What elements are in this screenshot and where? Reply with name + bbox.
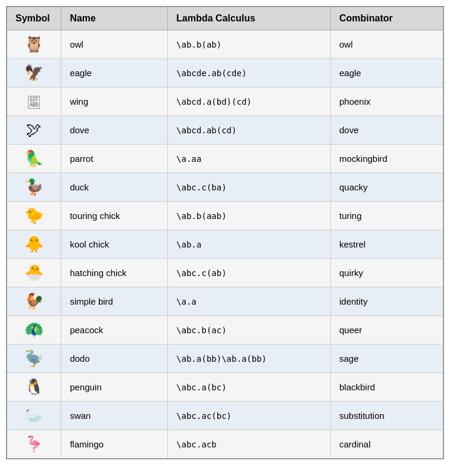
name-cell: peacock <box>61 316 168 345</box>
name-cell: hatching chick <box>61 259 168 287</box>
combinator-cell: blackbird <box>331 373 444 402</box>
header-combinator: Combinator <box>331 7 444 30</box>
lambda-cell: \ab.a <box>168 230 331 259</box>
name-cell: dove <box>61 116 168 145</box>
header-symbol: Symbol <box>7 7 61 30</box>
combinator-cell: quirky <box>331 259 444 287</box>
combinator-cell: sage <box>331 345 444 373</box>
table-row: 🦜parrot\a.aamockingbird <box>7 145 443 173</box>
lambda-cell: \abc.a(bc) <box>168 373 331 402</box>
combinator-cell: owl <box>331 30 444 59</box>
symbol-cell: 🦢 <box>7 402 61 430</box>
name-cell: eagle <box>61 59 168 87</box>
lambda-cell: \abc.acb <box>168 430 331 459</box>
table-row: 🐣hatching chick\abc.c(ab)quirky <box>7 259 443 287</box>
table-row: 🦅eagle\abcde.ab(cde)eagle <box>7 59 443 87</box>
symbol-cell: 🕊 <box>7 116 61 145</box>
combinator-cell: eagle <box>331 59 444 87</box>
symbol-cell: 🦉 <box>7 30 61 59</box>
combinator-cell: identity <box>331 287 444 316</box>
name-cell: penguin <box>61 373 168 402</box>
lambda-cell: \abcd.a(bd)(cd) <box>168 87 331 116</box>
symbol-cell: 🦚 <box>7 316 61 345</box>
table-row: 🐥kool chick\ab.akestrel <box>7 230 443 259</box>
name-cell: dodo <box>61 345 168 373</box>
lambda-cell: \abc.ac(bc) <box>168 402 331 430</box>
name-cell: parrot <box>61 145 168 173</box>
symbol-cell: 🐧 <box>7 373 61 402</box>
combinator-cell: cardinal <box>331 430 444 459</box>
lambda-cell: \abc.c(ab) <box>168 259 331 287</box>
lambda-cell: \a.aa <box>168 145 331 173</box>
combinator-cell: mockingbird <box>331 145 444 173</box>
name-cell: flamingo <box>61 430 168 459</box>
table-row: 🦉owl\ab.b(ab)owl <box>7 30 443 59</box>
symbol-cell: GIF ABD <box>7 87 61 116</box>
symbol-cell: 🐥 <box>7 230 61 259</box>
combinator-cell: phoenix <box>331 87 444 116</box>
name-cell: kool chick <box>61 230 168 259</box>
combinator-cell: quacky <box>331 173 444 202</box>
bird-combinators-table: Symbol Name Lambda Calculus Combinator 🦉… <box>6 6 444 459</box>
symbol-cell: 🦩 <box>7 430 61 459</box>
name-cell: wing <box>61 87 168 116</box>
header-lambda: Lambda Calculus <box>168 7 331 30</box>
symbol-cell: 🐓 <box>7 287 61 316</box>
lambda-cell: \a.a <box>168 287 331 316</box>
table-row: 🕊dove\abcd.ab(cd)dove <box>7 116 443 145</box>
name-cell: swan <box>61 402 168 430</box>
combinator-cell: substitution <box>331 402 444 430</box>
name-cell: owl <box>61 30 168 59</box>
name-cell: touring chick <box>61 202 168 230</box>
table-row: 🦚peacock\abc.b(ac)queer <box>7 316 443 345</box>
lambda-cell: \abcde.ab(cde) <box>168 59 331 87</box>
combinator-cell: queer <box>331 316 444 345</box>
table-row: 🦢swan\abc.ac(bc)substitution <box>7 402 443 430</box>
lambda-cell: \ab.b(ab) <box>168 30 331 59</box>
symbol-cell: 🦜 <box>7 145 61 173</box>
table-row: 🐧penguin\abc.a(bc)blackbird <box>7 373 443 402</box>
table-row: 🦩flamingo\abc.acbcardinal <box>7 430 443 459</box>
table-row: 🦤dodo\ab.a(bb)\ab.a(bb)sage <box>7 345 443 373</box>
symbol-cell: 🦆 <box>7 173 61 202</box>
lambda-cell: \ab.b(aab) <box>168 202 331 230</box>
symbol-cell: 🐣 <box>7 259 61 287</box>
lambda-cell: \abcd.ab(cd) <box>168 116 331 145</box>
lambda-cell: \abc.c(ba) <box>168 173 331 202</box>
table-row: 🐤touring chick\ab.b(aab)turing <box>7 202 443 230</box>
table-row: GIF ABDwing\abcd.a(bd)(cd)phoenix <box>7 87 443 116</box>
symbol-cell: 🦅 <box>7 59 61 87</box>
lambda-cell: \abc.b(ac) <box>168 316 331 345</box>
table-row: 🦆duck\abc.c(ba)quacky <box>7 173 443 202</box>
name-cell: duck <box>61 173 168 202</box>
combinator-cell: dove <box>331 116 444 145</box>
header-name: Name <box>61 7 168 30</box>
combinator-cell: turing <box>331 202 444 230</box>
symbol-cell: 🐤 <box>7 202 61 230</box>
combinator-cell: kestrel <box>331 230 444 259</box>
name-cell: simple bird <box>61 287 168 316</box>
table-row: 🐓simple bird\a.aidentity <box>7 287 443 316</box>
symbol-cell: 🦤 <box>7 345 61 373</box>
lambda-cell: \ab.a(bb)\ab.a(bb) <box>168 345 331 373</box>
